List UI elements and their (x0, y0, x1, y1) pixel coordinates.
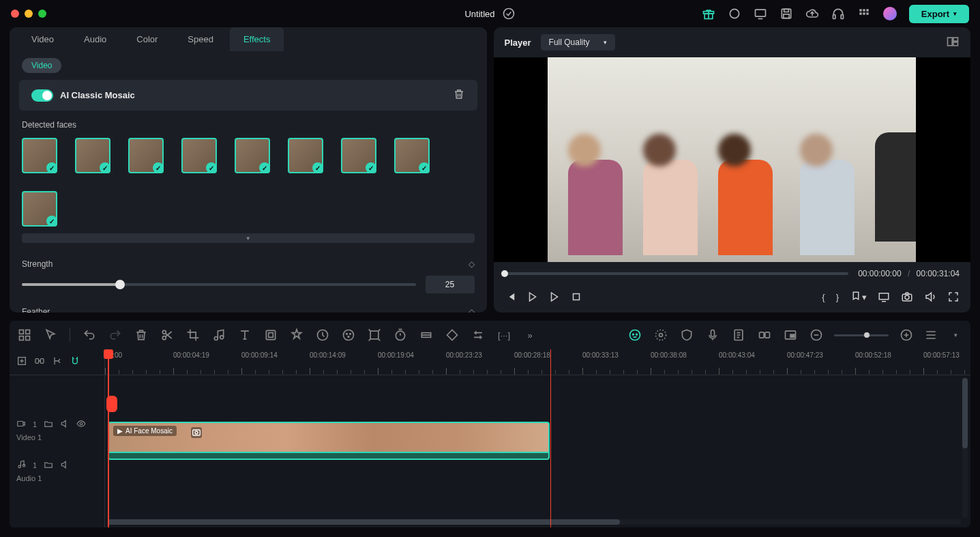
screen-icon[interactable] (754, 7, 767, 20)
face-thumbnail[interactable]: ✓ (394, 138, 430, 173)
music-icon[interactable] (212, 328, 226, 342)
display-icon[interactable] (878, 291, 890, 303)
keyframe-icon[interactable]: ◇ (469, 307, 475, 313)
face-thumbnail[interactable]: ✓ (75, 138, 110, 173)
overflow-icon[interactable]: » (523, 328, 537, 342)
svg-rect-57 (18, 422, 23, 426)
expand-faces-button[interactable]: ▼ (22, 233, 475, 243)
visibility-icon[interactable] (76, 419, 86, 431)
effects-icon[interactable] (290, 328, 303, 342)
track-view-icon[interactable] (924, 328, 938, 342)
magnet-icon[interactable] (70, 355, 80, 368)
face-thumbnail[interactable]: ✓ (288, 138, 323, 173)
strength-slider[interactable] (22, 283, 416, 286)
tracks-area[interactable]: ▶ AI Face Mosaic (105, 375, 970, 527)
check-icon: ✓ (312, 162, 323, 173)
zoom-in-button[interactable] (900, 328, 913, 342)
notes-icon[interactable] (732, 328, 745, 342)
redo-button[interactable] (108, 328, 122, 342)
playhead[interactable] (108, 349, 109, 527)
mark-out-button[interactable]: } (836, 292, 839, 302)
transform-icon[interactable] (368, 328, 381, 342)
face-thumbnail[interactable]: ✓ (22, 138, 57, 173)
folder-icon[interactable] (44, 419, 53, 431)
subtab-video[interactable]: Video (22, 58, 61, 73)
ai-icon[interactable] (628, 328, 642, 342)
cloud-upload-icon[interactable] (805, 7, 819, 20)
video-clip[interactable]: ▶ AI Face Mosaic (108, 422, 550, 460)
chevron-down-icon[interactable]: ▾ (949, 328, 962, 342)
mask-icon[interactable] (264, 328, 278, 342)
keyframe-tool-icon[interactable] (419, 328, 433, 342)
svg-rect-6 (784, 9, 788, 12)
tab-color[interactable]: Color (123, 27, 171, 51)
volume-icon[interactable] (924, 291, 936, 303)
record-icon[interactable] (728, 7, 741, 20)
layout-grid-icon[interactable] (946, 35, 960, 50)
fullscreen-icon[interactable] (947, 291, 960, 303)
horizontal-scrollbar[interactable] (108, 519, 961, 525)
track-link-icon[interactable] (34, 355, 45, 368)
gift-icon[interactable] (702, 7, 715, 20)
headphones-icon[interactable] (831, 7, 845, 20)
track-add-icon[interactable] (16, 355, 27, 368)
text-icon[interactable] (238, 328, 252, 342)
layout-icon[interactable] (18, 328, 31, 342)
tab-effects[interactable]: Effects (230, 27, 284, 51)
scrubber[interactable] (505, 272, 849, 275)
vertical-scrollbar[interactable] (962, 378, 968, 518)
zoom-out-button[interactable] (810, 328, 823, 342)
cursor-icon[interactable] (44, 328, 57, 342)
effect-toggle[interactable] (31, 89, 53, 102)
pip-icon[interactable] (784, 328, 797, 342)
play-button[interactable] (526, 291, 539, 303)
save-icon[interactable] (779, 7, 793, 20)
zoom-slider[interactable] (834, 334, 889, 336)
tab-speed[interactable]: Speed (174, 27, 227, 51)
user-avatar[interactable] (883, 7, 897, 20)
marker-menu-button[interactable]: ▾ (850, 291, 867, 303)
strength-value[interactable]: 25 (426, 276, 475, 293)
tab-audio[interactable]: Audio (70, 27, 120, 51)
shield-icon[interactable] (680, 328, 694, 342)
tag-icon[interactable] (445, 328, 459, 342)
face-thumbnail[interactable]: ✓ (128, 138, 164, 173)
apps-icon[interactable] (857, 7, 871, 20)
delete-effect-button[interactable] (453, 88, 465, 102)
ruler[interactable]: 00:0000:00:04:1900:00:09:1400:00:14:0900… (105, 349, 970, 375)
undo-button[interactable] (83, 328, 96, 342)
snapshot-icon[interactable] (901, 291, 913, 303)
adjust-icon[interactable] (471, 328, 485, 342)
quality-select[interactable]: Full Quality ▾ (541, 34, 615, 50)
face-thumbnail[interactable]: ✓ (22, 191, 57, 227)
face-thumbnail[interactable]: ✓ (341, 138, 376, 173)
mute-icon[interactable] (60, 460, 70, 471)
svg-point-43 (636, 334, 638, 335)
mic-icon[interactable] (706, 328, 719, 342)
stop-button[interactable] (570, 291, 582, 303)
keyframe-icon[interactable]: ◇ (469, 259, 475, 269)
mark-in-button[interactable]: { (822, 292, 825, 302)
export-button[interactable]: Export ▾ (909, 5, 969, 23)
video-preview[interactable] (494, 57, 971, 262)
track-branch-icon[interactable] (52, 355, 63, 368)
folder-icon[interactable] (44, 460, 53, 471)
smart-icon[interactable] (654, 328, 668, 342)
delete-button[interactable] (134, 328, 148, 342)
face-thumbnail[interactable]: ✓ (235, 138, 270, 173)
color-icon[interactable] (342, 328, 355, 342)
prev-frame-button[interactable] (505, 291, 517, 303)
window-close-button[interactable] (11, 10, 19, 18)
next-frame-button[interactable] (548, 291, 561, 303)
window-maximize-button[interactable] (38, 10, 46, 18)
mute-icon[interactable] (60, 419, 70, 431)
link-icon[interactable] (758, 328, 771, 342)
split-button[interactable] (160, 328, 174, 342)
tab-video[interactable]: Video (18, 27, 68, 51)
face-thumbnail[interactable]: ✓ (181, 138, 217, 173)
timer-icon[interactable] (394, 328, 407, 342)
speed-icon[interactable] (316, 328, 329, 342)
crop-button[interactable] (186, 328, 200, 342)
window-minimize-button[interactable] (25, 10, 33, 18)
more-icon[interactable]: [···] (497, 328, 511, 342)
